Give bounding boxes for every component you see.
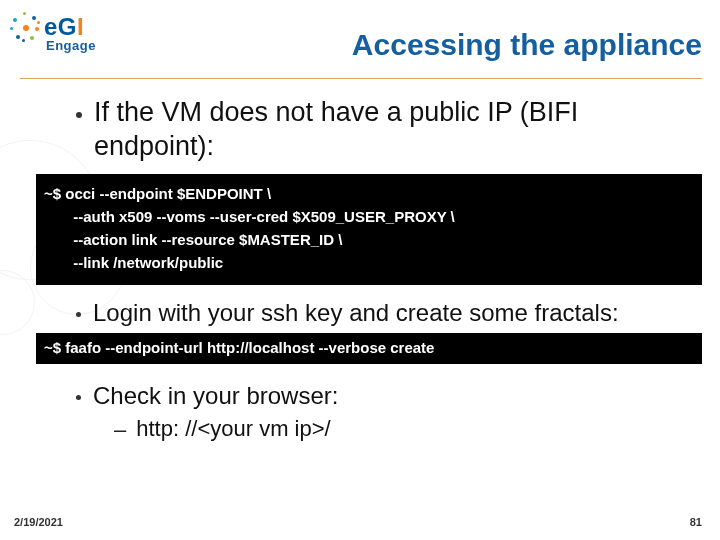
logo-text: eGI — [44, 15, 84, 39]
bullet-item: If the VM does not have a public IP (BIF… — [76, 96, 688, 164]
slide-content: If the VM does not have a public IP (BIF… — [0, 96, 720, 443]
code-block: ~$ occi --endpoint $ENDPOINT \ --auth x5… — [36, 174, 702, 285]
footer-page-number: 81 — [690, 516, 702, 528]
egi-logo: eGI Engage — [10, 12, 96, 53]
footer-date: 2/19/2021 — [14, 516, 63, 528]
header-divider — [20, 78, 702, 79]
slide: eGI Engage Accessing the appliance If th… — [0, 0, 720, 540]
code-block: ~$ faafo --endpoint-url http://localhost… — [36, 333, 702, 364]
bullet-item: Check in your browser: — [76, 382, 688, 410]
bullet-text: Check in your browser: — [93, 382, 338, 410]
sub-bullet-item: – http: //<your vm ip>/ — [114, 416, 688, 443]
logo-burst-icon — [10, 12, 40, 42]
bullet-dot-icon — [76, 112, 82, 118]
bullet-text: If the VM does not have a public IP (BIF… — [94, 96, 688, 164]
slide-header: eGI Engage Accessing the appliance — [10, 10, 702, 78]
sub-bullet-text: http: //<your vm ip>/ — [136, 416, 330, 442]
bullet-text: Login with your ssh key and create some … — [93, 299, 619, 327]
slide-title: Accessing the appliance — [352, 28, 702, 62]
slide-footer: 2/19/2021 81 — [14, 516, 702, 528]
logo-subtitle: Engage — [46, 38, 96, 53]
dash-icon: – — [114, 417, 126, 443]
bullet-dot-icon — [76, 312, 81, 317]
bullet-dot-icon — [76, 395, 81, 400]
bullet-item: Login with your ssh key and create some … — [76, 299, 688, 327]
